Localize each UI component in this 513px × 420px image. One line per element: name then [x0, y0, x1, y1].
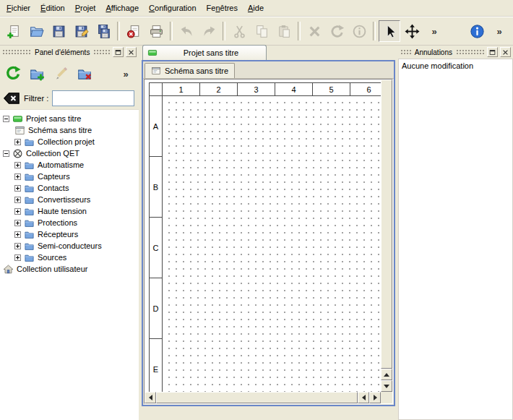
filter-row: Filtrer : — [0, 89, 139, 109]
tree-item-collection-qet[interactable]: Collection QET — [0, 147, 139, 159]
toolbar-overflow-button[interactable]: » — [423, 20, 445, 42]
delete-element-button[interactable] — [74, 64, 95, 84]
tree-item-capteurs[interactable]: Capteurs — [0, 171, 139, 182]
tree-item-automatisme[interactable]: Automatisme — [0, 159, 139, 171]
vertical-scrollbar[interactable] — [381, 80, 392, 392]
panel-overflow-button[interactable]: » — [116, 64, 136, 84]
tree-item-contacts[interactable]: Contacts — [0, 182, 139, 194]
scroll-right-button[interactable] — [369, 392, 381, 403]
close-file-button[interactable] — [123, 20, 145, 42]
tree-item-sources[interactable]: Sources — [0, 252, 139, 263]
visualisation-mode-button[interactable] — [401, 20, 423, 42]
folder-icon — [24, 171, 35, 182]
paste-button — [273, 20, 295, 42]
cut-button — [228, 20, 250, 42]
diagram-grid-area[interactable] — [163, 96, 381, 392]
dock-grip[interactable] — [93, 49, 111, 55]
scroll-up-button[interactable] — [381, 369, 392, 380]
expand-icon[interactable] — [14, 162, 21, 168]
triangle-right-icon — [374, 395, 377, 400]
expand-icon[interactable] — [14, 139, 21, 145]
scroll-left-button-2[interactable] — [358, 392, 369, 403]
menu-configuration[interactable]: Configuration — [144, 0, 201, 16]
tree-item-protections[interactable]: Protections — [0, 217, 139, 228]
folder-icon — [24, 160, 35, 171]
column-header-2: 2 — [200, 83, 238, 96]
close-panel-button[interactable] — [126, 47, 137, 57]
triangle-left-icon — [362, 395, 366, 400]
expand-icon[interactable] — [14, 231, 21, 238]
chevrons-icon: » — [123, 69, 128, 79]
tab-diagram[interactable]: Schéma sans titre — [145, 63, 235, 78]
save-button[interactable] — [48, 20, 69, 42]
tree-item-collection-utilisateur[interactable]: Collection utilisateur — [0, 263, 139, 275]
tree-item-haute-tension[interactable]: Haute tension — [0, 205, 139, 217]
scroll-down-button[interactable] — [381, 380, 392, 392]
undo-list[interactable]: Aucune modification — [398, 59, 513, 420]
expand-icon[interactable] — [14, 208, 21, 215]
filter-input[interactable] — [52, 90, 134, 106]
folder-icon — [24, 194, 35, 205]
expand-icon[interactable] — [14, 220, 21, 226]
dock-grip[interactable] — [456, 49, 485, 55]
menu-fenetres[interactable]: Fenêtres — [202, 0, 243, 16]
undo-empty-text: Aucune modification — [402, 61, 509, 70]
tree-item-label: Collection QET — [26, 149, 79, 158]
toolbar-separator — [223, 22, 225, 40]
selection-mode-button[interactable] — [379, 20, 400, 42]
expand-icon[interactable] — [14, 243, 21, 249]
tab-project[interactable]: Projet sans titre — [142, 45, 267, 60]
horizontal-scrollbar-thumb[interactable] — [156, 392, 358, 403]
doc-close-icon — [126, 24, 142, 39]
reload-collections-button[interactable] — [3, 64, 23, 84]
save-as-button[interactable] — [70, 20, 92, 42]
clear-filter-button[interactable] — [3, 91, 20, 106]
scroll-left-button[interactable] — [145, 392, 156, 403]
triangle-left-icon — [149, 395, 152, 400]
collapse-icon[interactable] — [3, 116, 9, 122]
vertical-scrollbar-thumb[interactable] — [381, 80, 392, 369]
expand-icon[interactable] — [14, 254, 21, 261]
close-undo-panel-button[interactable] — [500, 47, 511, 57]
expand-icon[interactable] — [14, 185, 21, 192]
diagram-icon — [151, 66, 161, 76]
horizontal-scrollbar[interactable] — [145, 392, 381, 403]
dock-grip[interactable] — [400, 49, 411, 55]
float-undo-panel-button[interactable] — [487, 47, 498, 57]
scissors-icon — [232, 24, 247, 39]
menu-edition[interactable]: Édition — [35, 0, 70, 16]
save-all-button[interactable] — [92, 20, 114, 42]
open-file-button[interactable] — [25, 20, 47, 42]
undo-panel-titlebar: Annulations — [398, 46, 513, 59]
diagram-tab-label: Schéma sans titre — [165, 67, 228, 75]
menu-affichage[interactable]: Affichage — [100, 0, 144, 16]
tree-item-collection-projet[interactable]: Collection projet — [0, 136, 139, 147]
triangle-up-icon — [384, 373, 389, 377]
row-header-C: C — [150, 218, 163, 278]
about-qet-button[interactable] — [466, 20, 488, 42]
diagram-icon — [14, 125, 25, 136]
tree-item-semi-conducteurs[interactable]: Semi-conducteurs — [0, 240, 139, 252]
folder-icon — [24, 206, 35, 217]
tree-item-projet-sans-titre[interactable]: Projet sans titre — [0, 113, 139, 124]
column-header-6: 6 — [350, 83, 381, 96]
collapse-icon[interactable] — [3, 150, 9, 157]
print-button[interactable] — [145, 20, 167, 42]
float-panel-button[interactable] — [113, 47, 124, 57]
row-header-B: B — [150, 157, 163, 218]
dock-grip[interactable] — [2, 49, 31, 55]
expand-icon[interactable] — [14, 197, 21, 203]
tree-item-convertisseurs[interactable]: Convertisseurs — [0, 194, 139, 205]
expand-icon[interactable] — [14, 173, 21, 180]
qet-icon — [12, 148, 23, 159]
menu-projet[interactable]: Projet — [70, 0, 101, 16]
new-element-button[interactable] — [27, 64, 47, 84]
new-file-button[interactable] — [3, 20, 25, 42]
diagram-canvas[interactable]: 123456ABCDE — [145, 80, 381, 392]
tree-item-schema-sans-titre[interactable]: Schéma sans titre — [0, 124, 139, 136]
tree-item-recepteurs[interactable]: Récepteurs — [0, 228, 139, 240]
folder-icon — [24, 229, 35, 240]
help-overflow-button[interactable]: » — [488, 20, 510, 42]
menu-fichier[interactable]: Fichier — [1, 0, 35, 16]
menu-aide[interactable]: Aide — [243, 0, 269, 16]
